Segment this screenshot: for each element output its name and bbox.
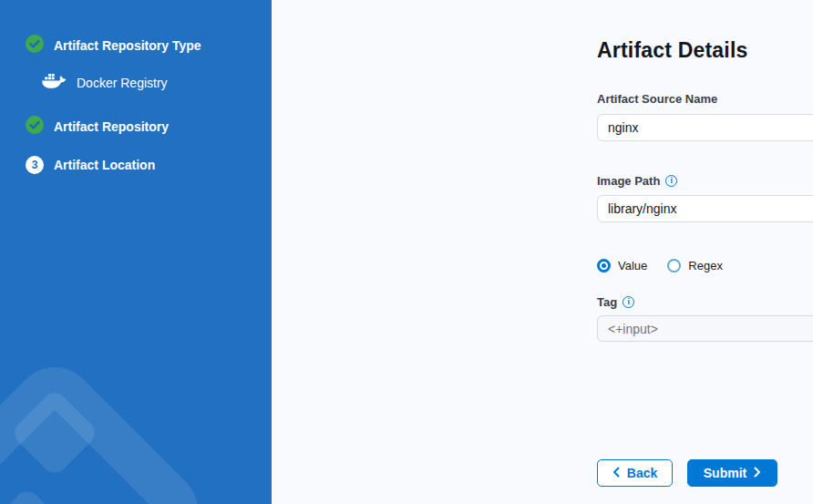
check-circle-icon <box>26 116 44 137</box>
artifact-source-name-label: Artifact Source Name <box>597 92 717 106</box>
step-label: Artifact Location <box>54 156 155 174</box>
page-title: Artifact Details <box>597 38 748 63</box>
check-circle-icon <box>26 35 44 56</box>
radio-selected-icon[interactable] <box>597 259 611 273</box>
radio-label: Regex <box>688 259 723 273</box>
image-path-field <box>597 195 813 222</box>
sidebar-step-artifact-location[interactable]: 3 Artifact Location <box>26 156 155 174</box>
tag-input[interactable] <box>597 315 813 342</box>
tag-field: Σx <box>597 315 813 342</box>
back-button[interactable]: Back <box>597 459 673 487</box>
info-icon[interactable]: i <box>623 296 634 308</box>
sidebar-step-artifact-repository[interactable]: Artifact Repository <box>26 116 169 137</box>
tag-label-row: Tag i <box>597 295 634 309</box>
artifact-source-name-input[interactable] <box>597 114 813 141</box>
radio-unselected-icon[interactable] <box>667 259 681 273</box>
info-icon[interactable]: i <box>665 175 677 187</box>
artifact-details-panel: Artifact Details Artifact Source Name Im… <box>272 0 813 504</box>
submit-button[interactable]: Submit <box>687 459 777 487</box>
step-number-badge: 3 <box>26 156 44 174</box>
chevron-right-icon <box>753 466 761 480</box>
submit-button-label: Submit <box>704 466 746 480</box>
chevron-left-icon <box>612 466 621 480</box>
step-label: Artifact Repository Type <box>54 36 201 55</box>
step-label: Artifact Repository <box>54 118 169 136</box>
sidebar-substep-docker-registry[interactable]: Docker Registry <box>42 72 168 93</box>
wizard-sidebar: Artifact Repository Type Docker Registry <box>0 0 272 504</box>
radio-option-value[interactable]: Value <box>597 259 647 273</box>
radio-option-regex[interactable]: Regex <box>667 259 723 273</box>
back-button-label: Back <box>627 466 657 480</box>
radio-label: Value <box>618 259 647 273</box>
tag-label: Tag <box>597 295 617 309</box>
image-path-label: Image Path <box>597 174 660 188</box>
image-path-input[interactable] <box>597 195 813 222</box>
tag-type-radio-group: Value Regex <box>597 259 723 273</box>
substep-label: Docker Registry <box>77 74 168 92</box>
docker-whale-icon <box>42 72 67 93</box>
image-path-label-row: Image Path i <box>597 174 677 188</box>
sidebar-step-artifact-repository-type[interactable]: Artifact Repository Type <box>26 35 201 56</box>
